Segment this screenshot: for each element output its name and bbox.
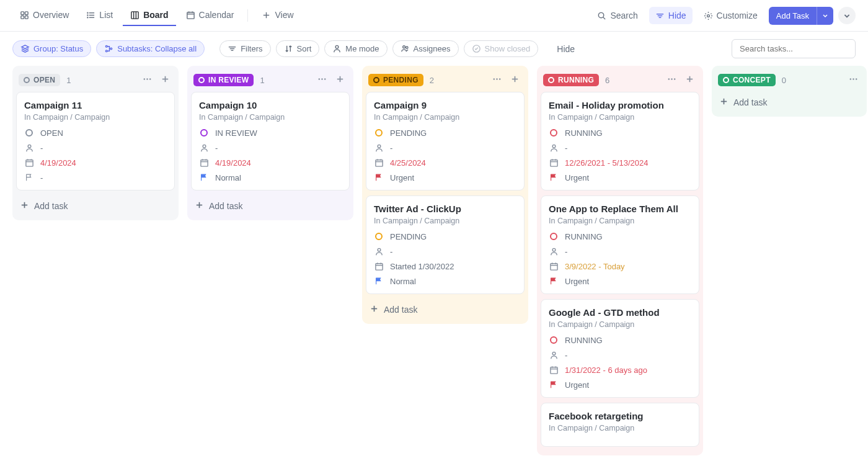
status-pill-review[interactable]: IN REVIEW — [193, 74, 254, 86]
search-button[interactable]: Search — [591, 7, 644, 24]
card-assignee: - — [215, 143, 218, 153]
card-status-row: OPEN — [24, 128, 167, 138]
plus-icon — [719, 97, 728, 108]
user-menu[interactable] — [838, 7, 856, 24]
column-add-button[interactable] — [158, 73, 172, 87]
svg-line-20 — [603, 17, 605, 19]
card-status-text: RUNNING — [565, 336, 603, 345]
column-more-button[interactable] — [140, 73, 154, 87]
calendar-icon — [199, 158, 209, 168]
add-task-label: Add task — [384, 305, 417, 315]
customize-button[interactable]: Customize — [698, 7, 764, 24]
column-add-button[interactable] — [508, 73, 522, 87]
status-label: OPEN — [33, 76, 55, 84]
card-date-row: 4/19/2024 — [24, 158, 167, 168]
task-card[interactable]: One App to Replace Them All In Campaign … — [541, 195, 699, 294]
svg-point-8 — [87, 15, 88, 16]
plus-icon — [370, 304, 379, 315]
column-count: 6 — [605, 76, 609, 85]
column-more-button[interactable] — [846, 73, 861, 87]
card-assignee: - — [390, 247, 392, 256]
task-card[interactable]: Campaign 11 In Campaign / Campaign OPEN … — [16, 92, 175, 190]
board: OPEN 1 Campaign 11 In Campaign / Campaig… — [0, 66, 868, 466]
task-card[interactable]: Facebook retargeting In Campaign / Campa… — [541, 403, 699, 447]
filters-chip[interactable]: Filters — [219, 40, 270, 57]
task-card[interactable]: Google Ad - GTD method In Campaign / Cam… — [541, 299, 699, 398]
add-task-label: Add Task — [769, 7, 817, 25]
column-add-button[interactable] — [333, 73, 347, 87]
subtasks-chip[interactable]: Subtasks: Collapse all — [96, 40, 205, 57]
task-card[interactable]: Campaign 9 In Campaign / Campaign PENDIN… — [366, 92, 525, 190]
nav-add-view[interactable]: View — [254, 5, 301, 26]
card-priority: Urgent — [390, 173, 414, 182]
card-date: 3/9/2022 - Today — [565, 262, 625, 271]
card-priority: - — [40, 173, 43, 182]
nav-calendar[interactable]: Calendar — [179, 5, 242, 26]
card-assignee: - — [565, 351, 567, 360]
column-actions — [490, 73, 522, 87]
card-priority-row: Normal — [374, 276, 516, 286]
card-date: 4/25/2024 — [390, 158, 426, 168]
sort-chip[interactable]: Sort — [276, 40, 320, 57]
grid-icon — [20, 11, 29, 20]
nav-board[interactable]: Board — [123, 5, 175, 26]
assignees-chip[interactable]: Assignees — [392, 40, 459, 57]
status-pill-pending[interactable]: PENDING — [368, 74, 423, 86]
task-card[interactable]: Campaign 10 In Campaign / Campaign IN RE… — [191, 92, 350, 190]
task-card[interactable]: Twitter Ad - ClickUp In Campaign / Campa… — [366, 195, 525, 294]
group-chip[interactable]: Group: Status — [12, 40, 91, 57]
hide-icon — [655, 11, 665, 20]
status-pill-concept[interactable]: CONCEPT — [718, 74, 776, 86]
person-icon — [549, 350, 559, 360]
search-input[interactable] — [732, 39, 856, 58]
add-task-row[interactable]: Add task — [715, 92, 863, 113]
flag-icon — [374, 173, 384, 182]
column-header: PENDING 2 — [366, 69, 525, 92]
show-closed-chip[interactable]: Show closed — [464, 40, 539, 57]
column-count: 1 — [260, 76, 264, 85]
svg-rect-66 — [375, 159, 382, 166]
subtasks-label: Subtasks: Collapse all — [117, 44, 197, 53]
svg-point-19 — [599, 12, 604, 17]
card-date: 1/31/2022 - 6 days ago — [565, 365, 647, 375]
column-more-button[interactable] — [490, 73, 504, 87]
status-dot-icon — [198, 77, 205, 83]
person-icon — [332, 44, 342, 53]
status-pill-open[interactable]: OPEN — [19, 74, 60, 86]
status-label: PENDING — [383, 76, 418, 84]
task-card[interactable]: Email - Holiday promotion In Campaign / … — [541, 92, 699, 190]
column-concept: CONCEPT 0 Add task — [712, 66, 867, 117]
card-date-row: 3/9/2022 - Today — [549, 261, 691, 271]
customize-label: Customize — [717, 11, 758, 20]
divider — [247, 9, 248, 22]
add-task-dropdown[interactable] — [817, 7, 833, 25]
card-priority: Normal — [390, 277, 416, 286]
card-priority-row: Urgent — [549, 173, 691, 182]
column-more-button[interactable] — [665, 73, 679, 87]
card-breadcrumb: In Campaign / Campaign — [24, 113, 167, 122]
calendar-icon — [186, 11, 195, 20]
column-add-button[interactable] — [683, 73, 697, 87]
add-task-row[interactable]: Add task — [191, 195, 350, 217]
card-assignee-row: - — [549, 143, 691, 153]
column-header: IN REVIEW 1 — [191, 69, 350, 92]
nav-overview[interactable]: Overview — [12, 5, 76, 26]
me-mode-chip[interactable]: Me mode — [324, 40, 387, 57]
hide-button[interactable]: Hide — [649, 7, 693, 24]
add-task-row[interactable]: Add task — [16, 195, 175, 217]
card-breadcrumb: In Campaign / Campaign — [549, 320, 691, 329]
status-pill-running[interactable]: RUNNING — [543, 74, 599, 86]
column-header: RUNNING 6 — [541, 69, 699, 92]
person-icon — [549, 143, 559, 153]
svg-rect-1 — [25, 11, 28, 14]
card-priority-row: - — [24, 173, 167, 182]
column-more-button[interactable] — [315, 73, 329, 87]
card-title: Email - Holiday promotion — [549, 100, 691, 110]
add-task-row[interactable]: Add task — [366, 299, 525, 320]
toolbar-hide[interactable]: Hide — [551, 40, 581, 58]
column-pending: PENDING 2 Campaign 9 In Campaign / Campa… — [362, 66, 528, 324]
add-task-button[interactable]: Add Task — [769, 7, 833, 25]
svg-point-77 — [668, 78, 670, 79]
card-status-text: OPEN — [40, 128, 63, 138]
nav-list[interactable]: List — [79, 5, 120, 26]
